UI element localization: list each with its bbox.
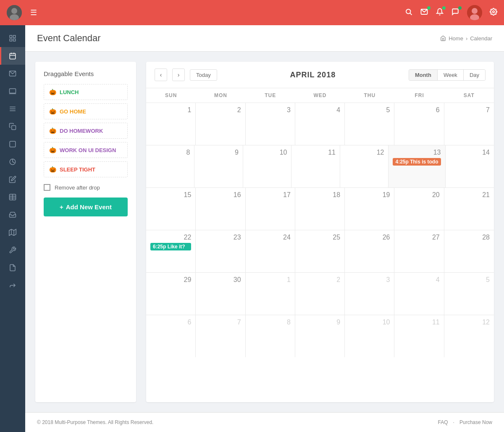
cell-number: 19 [349, 191, 390, 199]
chat-icon-wrap[interactable] [451, 8, 459, 18]
view-btn-month[interactable]: Month [409, 70, 438, 80]
cal-cell-5-1[interactable]: 7 [196, 315, 245, 357]
cal-cell-4-5[interactable]: 4 [394, 273, 444, 315]
sidebar-item-wrench[interactable] [0, 241, 25, 259]
cell-number: 29 [150, 276, 191, 284]
footer-faq-link[interactable]: FAQ [438, 419, 448, 425]
cal-event[interactable]: 4:25p This is todo [393, 158, 441, 166]
hamburger-icon[interactable]: ☰ [30, 8, 37, 17]
cal-cell-2-0[interactable]: 15 [146, 188, 196, 230]
cal-cell-3-3[interactable]: 25 [295, 230, 345, 272]
cal-cell-0-4[interactable]: 5 [345, 103, 394, 145]
cal-cell-2-5[interactable]: 20 [394, 188, 444, 230]
cal-cell-1-2[interactable]: 10 [243, 145, 292, 187]
sidebar-item-dashboard[interactable] [0, 29, 25, 47]
cal-cell-3-4[interactable]: 26 [345, 230, 394, 272]
add-event-button[interactable]: + Add New Event [44, 198, 128, 216]
today-button[interactable]: Today [190, 69, 217, 81]
cal-cell-5-4[interactable]: 10 [345, 315, 394, 357]
prev-month-button[interactable]: ‹ [155, 68, 167, 81]
breadcrumb-home: Home [449, 35, 463, 42]
cal-cell-3-5[interactable]: 27 [394, 230, 444, 272]
cal-cell-3-2[interactable]: 24 [246, 230, 295, 272]
cal-cell-4-2[interactable]: 1 [246, 273, 295, 315]
cal-cell-5-0[interactable]: 6 [146, 315, 196, 357]
sidebar-item-inbox[interactable] [0, 206, 25, 224]
cal-cell-2-4[interactable]: 19 [345, 188, 394, 230]
cal-cell-3-1[interactable]: 23 [196, 230, 245, 272]
sidebar-item-file[interactable] [0, 259, 25, 277]
next-month-button[interactable]: › [172, 68, 185, 81]
sleep-tight-label: SLEEP TIGHT [60, 166, 95, 173]
svg-rect-25 [10, 141, 16, 147]
cal-cell-1-4[interactable]: 12 [340, 145, 389, 187]
cal-cell-4-3[interactable]: 2 [295, 273, 345, 315]
cal-cell-4-1[interactable]: 30 [196, 273, 245, 315]
sidebar-item-table[interactable] [0, 188, 25, 206]
sidebar-item-list[interactable] [0, 100, 25, 118]
footer-purchase-link[interactable]: Purchase Now [459, 419, 492, 425]
bell-icon-wrap[interactable] [436, 8, 444, 18]
remove-after-drop-checkbox[interactable] [44, 184, 50, 191]
cal-cell-5-5[interactable]: 11 [394, 315, 444, 357]
lunch-icon: 🎃 [49, 89, 56, 95]
sidebar-item-edit[interactable] [0, 171, 25, 188]
calendar-week-0: 1234567 [146, 103, 494, 145]
cal-cell-0-2[interactable]: 3 [246, 103, 295, 145]
event-item-work-ui[interactable]: 🎃 WORK ON UI DESIGN [44, 142, 128, 158]
cal-cell-0-6[interactable]: 7 [444, 103, 494, 145]
day-name-sun: SUN [146, 88, 196, 103]
cal-cell-1-6[interactable]: 14 [446, 145, 494, 187]
sidebar-item-map[interactable] [0, 224, 25, 241]
cal-cell-1-3[interactable]: 11 [291, 145, 340, 187]
sidebar-item-copy[interactable] [0, 118, 25, 135]
cell-number: 24 [250, 234, 291, 241]
cal-cell-2-2[interactable]: 17 [246, 188, 295, 230]
page-header: Event Calendar Home › Calendar [25, 25, 504, 52]
event-item-do-homework[interactable]: 🎃 DO HOMEWORK [44, 123, 128, 139]
view-btn-day[interactable]: Day [464, 70, 485, 80]
cal-cell-1-5[interactable]: 134:25p This is todo [388, 145, 445, 187]
sidebar-item-square[interactable] [0, 135, 25, 153]
user-avatar-left[interactable] [7, 5, 22, 20]
cal-cell-5-2[interactable]: 8 [246, 315, 295, 357]
do-homework-icon: 🎃 [49, 127, 56, 134]
sidebar-item-calendar[interactable] [0, 47, 25, 65]
cal-cell-5-6[interactable]: 12 [444, 315, 494, 357]
cal-cell-3-6[interactable]: 28 [444, 230, 494, 272]
cal-cell-4-6[interactable]: 5 [444, 273, 494, 315]
cell-number: 13 [393, 149, 441, 156]
event-item-sleep-tight[interactable]: 🎃 SLEEP TIGHT [44, 161, 128, 177]
cal-cell-2-1[interactable]: 16 [196, 188, 245, 230]
settings-icon-wrap[interactable] [490, 8, 497, 18]
cal-cell-1-1[interactable]: 9 [194, 145, 243, 187]
lunch-label: LUNCH [60, 89, 79, 95]
cal-cell-0-0[interactable]: 1 [146, 103, 196, 145]
cell-number: 3 [349, 276, 390, 284]
sidebar-item-chart[interactable] [0, 153, 25, 171]
user-avatar[interactable] [467, 5, 482, 20]
sidebar-item-mail[interactable] [0, 65, 25, 82]
view-btn-week[interactable]: Week [438, 70, 464, 80]
cal-event[interactable]: 6:25p Like it? [150, 243, 191, 250]
mail-icon-wrap[interactable] [420, 8, 428, 18]
home-icon [440, 35, 446, 41]
cal-cell-1-0[interactable]: 8 [146, 145, 194, 187]
cal-cell-3-0[interactable]: 226:25p Like it? [146, 230, 196, 272]
search-icon-wrap[interactable] [405, 8, 412, 18]
cal-cell-0-5[interactable]: 6 [394, 103, 444, 145]
cal-cell-2-6[interactable]: 21 [444, 188, 494, 230]
event-item-go-home[interactable]: 🎃 GO HOME [44, 103, 128, 119]
cal-cell-0-1[interactable]: 2 [196, 103, 245, 145]
cal-cell-2-3[interactable]: 18 [295, 188, 345, 230]
sidebar-item-laptop[interactable] [0, 82, 25, 100]
calendar-panel: ‹ › Today APRIL 2018 Month Week Day SUN … [146, 62, 494, 402]
cal-cell-0-3[interactable]: 4 [295, 103, 345, 145]
sidebar-item-share[interactable] [0, 277, 25, 294]
cal-cell-5-3[interactable]: 9 [295, 315, 345, 357]
cal-cell-4-4[interactable]: 3 [345, 273, 394, 315]
cal-cell-4-0[interactable]: 29 [146, 273, 196, 315]
view-buttons: Month Week Day [409, 69, 486, 81]
day-name-fri: FRI [394, 88, 444, 103]
event-item-lunch[interactable]: 🎃 LUNCH [44, 84, 128, 100]
